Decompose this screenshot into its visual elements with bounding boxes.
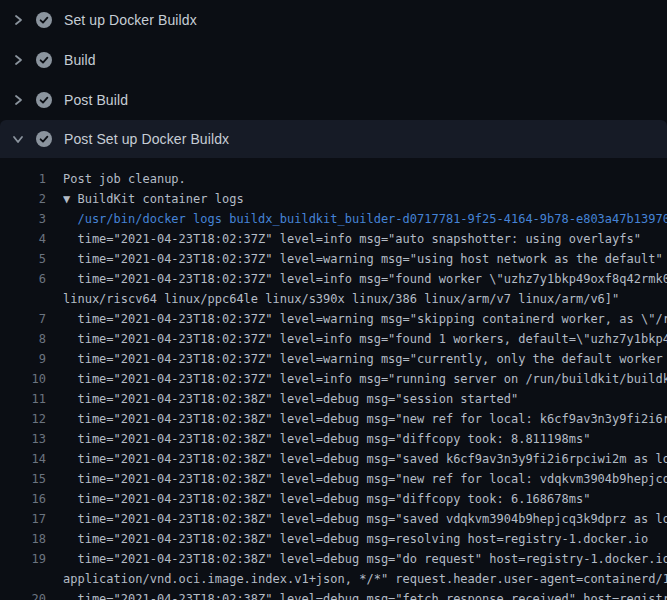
check-circle-icon [36,12,52,28]
log-line: 2 ▼ BuildKit container logs [0,189,667,209]
step-header[interactable]: Post Set up Docker Buildx [0,120,667,158]
log-line-number[interactable]: 13 [0,429,46,449]
log-line-number[interactable]: 6 [0,269,46,289]
step-title: Set up Docker Buildx [64,12,197,28]
chevron-right-icon [10,92,26,108]
log-area: 1 Post job cleanup. 2 ▼ BuildKit contain… [0,158,667,600]
step-title: Build [64,52,96,68]
log-line-number[interactable]: 16 [0,489,46,509]
log-line-number[interactable]: 12 [0,409,46,429]
log-line-number[interactable]: 5 [0,249,46,269]
log-line: 1 Post job cleanup. [0,169,667,189]
log-line-number[interactable]: 10 [0,369,46,389]
log-line-text: time="2021-04-23T18:02:38Z" level=debug … [63,509,667,529]
log-line-number[interactable]: 15 [0,469,46,489]
chevron-right-icon [10,12,26,28]
log-line-number[interactable]: 11 [0,389,46,409]
log-line: 13 time="2021-04-23T18:02:38Z" level=deb… [0,429,667,449]
log-line: 8 time="2021-04-23T18:02:37Z" level=info… [0,329,667,349]
step-header[interactable]: Post Build [0,80,667,120]
check-circle-icon [36,131,52,147]
log-line-text: time="2021-04-23T18:02:38Z" level=debug … [63,489,667,509]
log-line-number[interactable] [0,569,46,589]
log-line-text: time="2021-04-23T18:02:38Z" level=debug … [63,429,667,449]
log-line-text: time="2021-04-23T18:02:37Z" level=warnin… [63,349,667,369]
log-line: 12 time="2021-04-23T18:02:38Z" level=deb… [0,409,667,429]
log-line-text: /usr/bin/docker logs buildx_buildkit_bui… [63,209,667,229]
log-line-text: time="2021-04-23T18:02:38Z" level=debug … [63,409,667,429]
log-line-number[interactable]: 1 [0,169,46,189]
log-line-number[interactable]: 9 [0,349,46,369]
log-line-text: linux/riscv64 linux/ppc64le linux/s390x … [63,289,667,309]
log-line: 11 time="2021-04-23T18:02:38Z" level=deb… [0,389,667,409]
log-line-text: time="2021-04-23T18:02:38Z" level=debug … [63,389,667,409]
log-line-text: time="2021-04-23T18:02:38Z" level=debug … [63,469,667,489]
log-line-text: time="2021-04-23T18:02:37Z" level=warnin… [63,309,667,329]
log-line-number[interactable]: 7 [0,309,46,329]
log-line-text: time="2021-04-23T18:02:38Z" level=debug … [63,449,667,469]
log-line-text: application/vnd.oci.image.index.v1+json,… [63,569,667,589]
step-header[interactable]: Build [0,40,667,80]
log-line: 6 time="2021-04-23T18:02:37Z" level=info… [0,269,667,289]
chevron-right-icon [10,52,26,68]
log-line-text: time="2021-04-23T18:02:37Z" level=warnin… [63,249,667,269]
log-line: 5 time="2021-04-23T18:02:37Z" level=warn… [0,249,667,269]
log-line-text: ▼ BuildKit container logs [63,189,667,209]
log-line: linux/riscv64 linux/ppc64le linux/s390x … [0,289,667,309]
log-line: 19 time="2021-04-23T18:02:38Z" level=deb… [0,549,667,569]
log-line: application/vnd.oci.image.index.v1+json,… [0,569,667,589]
log-line-number[interactable]: 2 [0,189,46,209]
log-line-text: time="2021-04-23T18:02:38Z" level=debug … [63,589,667,600]
log-line-number[interactable]: 20 [0,589,46,600]
step-header[interactable]: Set up Docker Buildx [0,0,667,40]
log-line-number[interactable]: 19 [0,549,46,569]
log-line-text: Post job cleanup. [63,169,667,189]
log-line: 17 time="2021-04-23T18:02:38Z" level=deb… [0,509,667,529]
log-line-text: time="2021-04-23T18:02:38Z" level=debug … [63,549,667,569]
log-line-number[interactable]: 17 [0,509,46,529]
check-circle-icon [36,92,52,108]
check-circle-icon [36,52,52,68]
log-line: 20 time="2021-04-23T18:02:38Z" level=deb… [0,589,667,600]
log-line-text: time="2021-04-23T18:02:37Z" level=info m… [63,229,667,249]
step-title: Post Build [64,92,128,108]
log-line: 16 time="2021-04-23T18:02:38Z" level=deb… [0,489,667,509]
log-line-text: time="2021-04-23T18:02:38Z" level=debug … [63,529,667,549]
chevron-down-icon [10,131,26,147]
log-line-number[interactable]: 4 [0,229,46,249]
log-line-text: time="2021-04-23T18:02:37Z" level=info m… [63,369,667,389]
log-line-number[interactable]: 8 [0,329,46,349]
log-line: 9 time="2021-04-23T18:02:37Z" level=warn… [0,349,667,369]
log-line-number[interactable]: 14 [0,449,46,469]
log-line: 7 time="2021-04-23T18:02:37Z" level=warn… [0,309,667,329]
log-line: 14 time="2021-04-23T18:02:38Z" level=deb… [0,449,667,469]
log-line: 18 time="2021-04-23T18:02:38Z" level=deb… [0,529,667,549]
log-line: 3 /usr/bin/docker logs buildx_buildkit_b… [0,209,667,229]
log-line-number[interactable]: 18 [0,529,46,549]
log-line: 4 time="2021-04-23T18:02:37Z" level=info… [0,229,667,249]
step-title: Post Set up Docker Buildx [64,131,229,147]
log-line: 15 time="2021-04-23T18:02:38Z" level=deb… [0,469,667,489]
log-line: 10 time="2021-04-23T18:02:37Z" level=inf… [0,369,667,389]
log-line-text: time="2021-04-23T18:02:37Z" level=info m… [63,329,667,349]
log-line-number[interactable]: 3 [0,209,46,229]
workflow-log-panel: Set up Docker Buildx Build Post Bu [0,0,667,600]
log-line-text: time="2021-04-23T18:02:37Z" level=info m… [63,269,667,289]
log-line-number[interactable] [0,289,46,309]
step-list: Set up Docker Buildx Build Post Bu [0,0,667,158]
